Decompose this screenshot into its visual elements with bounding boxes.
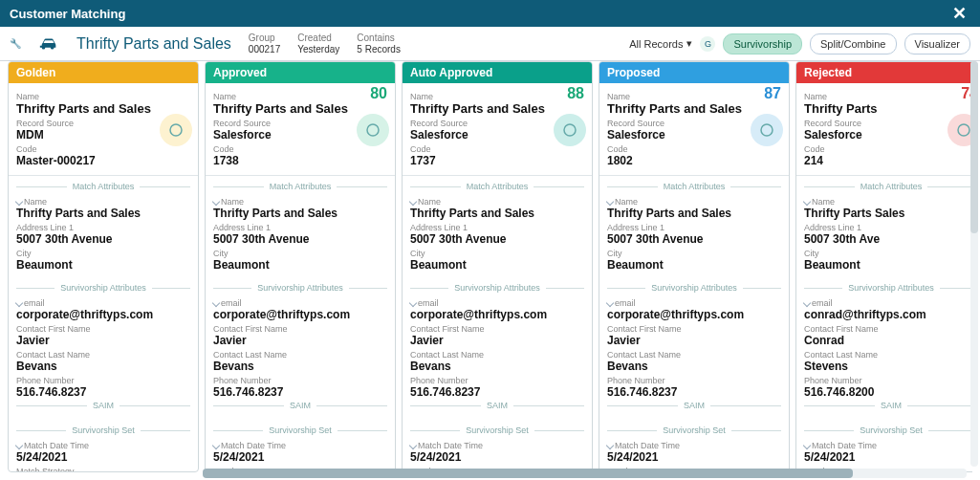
g-button[interactable]: G [700,36,715,52]
chevron-down-icon [212,299,220,307]
record-card[interactable]: Approved 80 Name Thrifty Parts and Sales… [205,61,396,472]
phone-label: Phone Number [16,376,190,385]
city-value: Beaumont [804,258,972,272]
code-label: Code [804,144,972,154]
phone-value: 516.746.8237 [410,385,584,399]
ma-name-value: Thrifty Parts and Sales [213,207,387,220]
name-label: Name [607,92,781,101]
cfn-value: Javier [607,334,781,347]
wrench-icon: 🔧 [10,38,21,49]
status-icon [554,114,586,146]
match-attr-divider: Match Attributes [16,182,190,191]
survivorship-attributes: Survivorship Attributes email corporate@… [9,277,198,420]
all-records-dropdown[interactable]: All Records ▾ [629,37,692,50]
close-icon[interactable]: ✕ [948,3,970,24]
svg-point-1 [367,124,379,136]
card-top: 80 Name Thrifty Parts and Sales Record S… [206,83,395,176]
chevron-down-icon [409,198,417,206]
vertical-scrollbar[interactable] [970,61,978,467]
match-attr-divider: Match Attributes [410,182,584,191]
code-value: 1738 [213,154,387,167]
addr1-value: 5007 30th Avenue [607,232,781,246]
record-card[interactable]: Auto Approved 88 Name Thrifty Parts and … [402,61,593,472]
cfn-label: Contact First Name [213,324,387,334]
status-icon [160,114,192,146]
card-top: 74 Name Thrifty Parts Record Source Sale… [796,83,972,176]
email-value: corporate@thriftyps.com [16,308,190,321]
group-value: 000217 [249,44,280,55]
cfn-label: Contact First Name [410,324,584,334]
code-label: Code [607,144,781,154]
match-score: 87 [764,85,781,102]
survivorship-set: Survivorship Set Match Date Time 5/24/20… [403,420,592,472]
ma-name-value: Thrifty Parts and Sales [16,207,190,220]
chevron-down-icon [606,442,614,449]
phone-value: 516.746.8237 [607,385,781,399]
horizontal-scrollbar[interactable] [203,469,967,478]
chevron-down-icon [409,442,417,449]
addr1-value: 5007 30th Avenue [410,232,584,246]
saim-divider: SAIM [410,401,584,410]
chevron-down-icon [606,198,614,206]
city-label: City [410,249,584,258]
cln-label: Contact Last Name [410,350,584,360]
svg-point-4 [958,124,969,136]
surv-attr-divider: Survivorship Attributes [16,283,190,293]
survivorship-button[interactable]: Survivorship [723,33,802,55]
cln-label: Contact Last Name [804,350,972,360]
match-attr-divider: Match Attributes [804,182,972,191]
name-label: Name [16,92,190,101]
chevron-down-icon [803,198,811,206]
addr1-label: Address Line 1 [804,223,972,232]
card-header: Proposed [599,62,789,83]
svg-point-2 [564,124,576,136]
surv-attr-divider: Survivorship Attributes [607,283,781,293]
survivorship-attributes: Survivorship Attributes email corporate@… [599,277,789,420]
match-attributes: Match Attributes Name Thrifty Parts Sale… [796,176,972,277]
card-top: 88 Name Thrifty Parts and Sales Record S… [403,83,592,176]
chevron-down-icon [212,198,220,206]
chevron-down-icon [803,442,811,449]
mdt-value: 5/24/2021 [607,450,781,464]
vertical-scroll-thumb[interactable] [970,61,978,233]
group-label: Group [249,33,280,43]
cln-label: Contact Last Name [607,350,781,360]
match-attr-divider: Match Attributes [607,182,781,191]
addr1-label: Address Line 1 [16,223,190,232]
cln-value: Bevans [410,360,584,373]
city-value: Beaumont [16,258,190,272]
subheader: 🔧 Thrifty Parts and Sales Group 000217 C… [0,27,980,61]
survivorship-attributes: Survivorship Attributes email conrad@thr… [796,277,972,420]
saim-divider: SAIM [607,401,781,410]
saim-divider: SAIM [16,401,190,410]
cfn-value: Conrad [804,334,972,347]
cln-value: Bevans [213,360,387,373]
cln-label: Contact Last Name [213,350,387,360]
email-value: corporate@thriftyps.com [607,308,781,321]
record-card[interactable]: Rejected 74 Name Thrifty Parts Record So… [795,61,972,472]
mdt-value: 5/24/2021 [213,450,387,464]
match-attributes: Match Attributes Name Thrifty Parts and … [206,176,395,277]
phone-label: Phone Number [804,376,972,385]
cfn-value: Javier [16,334,190,347]
chevron-down-icon [606,299,614,307]
visualizer-button[interactable]: Visualizer [904,33,971,55]
cfn-value: Javier [213,334,387,347]
record-card[interactable]: Golden Name Thrifty Parts and Sales Reco… [8,61,199,472]
split-combine-button[interactable]: Split/Combine [810,33,896,55]
match-attributes: Match Attributes Name Thrifty Parts and … [599,176,789,277]
created-value: Yesterday [297,44,339,55]
city-label: City [607,249,781,258]
match-attributes: Match Attributes Name Thrifty Parts and … [403,176,592,277]
cards-container[interactable]: Golden Name Thrifty Parts and Sales Reco… [8,61,972,472]
record-card[interactable]: Proposed 87 Name Thrifty Parts and Sales… [599,61,790,472]
surv-set-divider: Survivorship Set [607,425,781,435]
phone-value: 516.746.8200 [804,385,972,399]
phone-label: Phone Number [213,376,387,385]
match-score: 80 [370,85,387,102]
horizontal-scroll-thumb[interactable] [203,469,853,478]
chevron-down-icon [15,198,23,206]
survivorship-attributes: Survivorship Attributes email corporate@… [403,277,592,420]
chevron-down-icon [15,299,23,307]
cln-label: Contact Last Name [16,350,190,360]
